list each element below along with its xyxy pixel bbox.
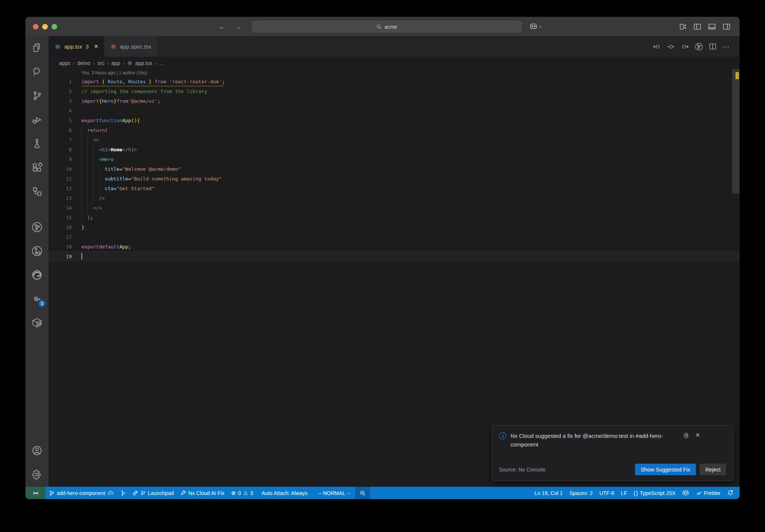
code-line[interactable]: 17 [49, 232, 740, 242]
indent-guide [81, 125, 87, 135]
code-line[interactable]: 3import { Hero } from '@acme/ui'; [49, 96, 740, 106]
indent-guide [87, 203, 93, 213]
language-mode-item[interactable]: { } TypeScript JSX [630, 487, 679, 499]
copilot-status-item[interactable] [679, 487, 693, 499]
breadcrumb-item[interactable]: app.tsx [135, 60, 152, 66]
code-token: App [123, 118, 131, 123]
minimize-window-button[interactable] [42, 24, 48, 30]
code-line[interactable]: 5export function App() { [49, 115, 740, 125]
indent-guide [81, 135, 87, 145]
show-suggested-fix-button[interactable]: Show Suggested Fix [635, 464, 696, 475]
customize-layout-icon[interactable] [679, 23, 687, 30]
gitlens-inspect-icon[interactable] [31, 245, 43, 257]
code-token: < [99, 147, 102, 152]
cursor-position-item[interactable]: Ln 19, Col 1 [531, 487, 566, 499]
indent-guide [81, 213, 87, 222]
history-back-button[interactable]: ← [219, 22, 226, 31]
code-line[interactable]: 2// importing the component from the lib… [49, 86, 740, 96]
code-line[interactable]: 12cta="Get Started" [49, 183, 740, 193]
toggle-secondary-sidebar-icon[interactable] [723, 23, 730, 30]
breadcrumb-item[interactable]: … [159, 60, 164, 66]
breadcrumb-item[interactable]: demo [77, 60, 90, 66]
settings-gear-icon[interactable] [31, 468, 43, 481]
command-center-search[interactable]: acme [252, 21, 522, 33]
code-token: ; [222, 79, 225, 84]
code-line[interactable]: 13/> [49, 193, 740, 203]
split-editor-icon[interactable] [709, 43, 716, 50]
code-line[interactable]: 10title="Welcmoe @acme/demo" [49, 164, 740, 174]
reject-button[interactable]: Reject [700, 464, 726, 475]
encoding-item[interactable]: UTF-8 [596, 487, 617, 499]
gitlens-back-icon[interactable] [653, 44, 661, 50]
breadcrumb-item[interactable]: app [111, 60, 120, 66]
problems-item[interactable]: ⊗ 0 ⚠ 3 [228, 487, 257, 499]
references-icon[interactable] [31, 185, 43, 198]
run-debug-icon[interactable] [31, 113, 43, 126]
launchpad-item[interactable]: Launchpad [129, 487, 177, 499]
info-icon: i [499, 432, 506, 439]
tab-app-tsx[interactable]: app.tsx 3 × [49, 36, 104, 57]
git-blame-codelens[interactable]: You, 3 hours ago | 1 author (You) [49, 69, 740, 77]
source-control-icon[interactable] [31, 89, 43, 102]
code-token: <> [93, 137, 99, 143]
remote-indicator[interactable]: >< [25, 487, 46, 499]
code-line[interactable]: 8<h1>Home</h1> [49, 145, 740, 154]
code-line[interactable]: 6return ( [49, 125, 740, 135]
tab-close-icon[interactable]: × [94, 43, 98, 50]
zoom-window-button[interactable] [52, 24, 57, 30]
indent-guide [87, 135, 93, 145]
auto-attach-item[interactable]: Auto Attach: Always [257, 487, 313, 499]
copilot-menu-chevron-icon[interactable]: › [538, 26, 544, 28]
copilot-icon [682, 491, 689, 496]
prettier-item[interactable]: ✓✓ Prettier [693, 487, 724, 499]
close-window-button[interactable] [33, 24, 38, 30]
code-line[interactable]: 15); [49, 213, 740, 222]
indentation-item[interactable]: Spaces: 2 [566, 487, 596, 499]
breadcrumb-item[interactable]: apps [59, 60, 70, 66]
edge-browser-icon[interactable] [31, 269, 43, 281]
nx-cloud-fix-item[interactable]: Nx Cloud AI Fix [177, 487, 227, 499]
extensions-icon[interactable] [31, 161, 43, 174]
history-forward-button[interactable]: → [234, 22, 242, 31]
code-line[interactable]: 14</> [49, 203, 740, 213]
more-actions-icon[interactable]: ⋯ [722, 42, 730, 51]
code-line[interactable]: 19 [49, 251, 740, 261]
vim-mode-item[interactable]: -- NORMAL -- [313, 487, 355, 499]
indent-guide [87, 183, 93, 193]
code-line[interactable]: 7<> [49, 135, 740, 145]
line-number: 15 [49, 215, 81, 220]
gitlens-forward-icon[interactable] [681, 44, 689, 50]
code-line[interactable]: 16} [49, 222, 740, 232]
tab-app-spec-tsx[interactable]: app.spec.tsx [104, 36, 157, 57]
notifications-bell-item[interactable] [724, 487, 737, 499]
code-line[interactable]: 9<Hero [49, 154, 740, 164]
breadcrumb-item[interactable]: src [97, 60, 105, 66]
git-graph-item[interactable] [117, 487, 129, 499]
copilot-icon[interactable] [529, 24, 538, 30]
search-sidebar-icon[interactable] [31, 65, 43, 78]
eol-item[interactable]: LF [617, 487, 630, 499]
package-explorer-icon[interactable] [31, 316, 43, 329]
scrollbar-thumb[interactable] [732, 69, 740, 194]
notification-close-icon[interactable]: × [696, 432, 700, 437]
code-line[interactable]: 11subtitle="Build something amazing toda… [49, 174, 740, 183]
run-target-icon[interactable] [694, 42, 703, 51]
testing-icon[interactable] [31, 137, 43, 150]
nx-console-icon[interactable]: N> 1 [31, 293, 43, 305]
code-line[interactable]: 18export default App; [49, 242, 740, 251]
accounts-icon[interactable] [31, 444, 43, 457]
git-branch-item[interactable]: add-hero-component [46, 487, 117, 499]
zoom-status-item[interactable] [355, 487, 370, 499]
code-line[interactable]: 4 [49, 106, 740, 115]
code-line[interactable]: 1import { Route, Routes } from 'react-ro… [49, 77, 740, 86]
explorer-icon[interactable] [31, 41, 43, 54]
gitlens-current-icon[interactable] [667, 44, 675, 50]
overview-ruler-warning-mark [735, 72, 739, 79]
code-editor[interactable]: You, 3 hours ago | 1 author (You) 1impor… [49, 69, 740, 487]
toggle-panel-icon[interactable] [708, 23, 716, 30]
code-token: h1 [128, 147, 134, 152]
notification-settings-gear-icon[interactable] [683, 432, 690, 439]
toggle-primary-sidebar-icon[interactable] [694, 23, 701, 30]
code-token: ) [87, 215, 90, 220]
gitlens-icon[interactable] [31, 221, 43, 233]
